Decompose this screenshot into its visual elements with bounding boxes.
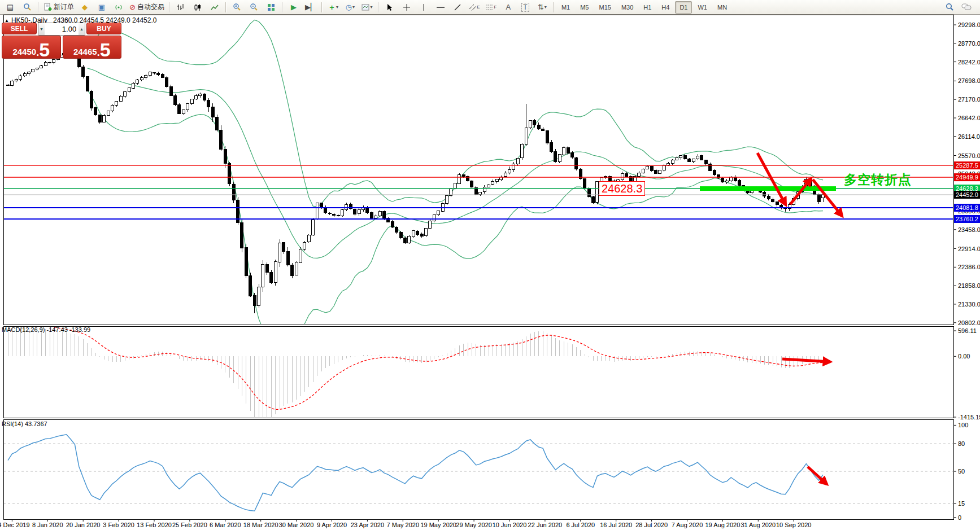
toolbar-separator	[378, 2, 379, 12]
magnifier-page-icon	[23, 3, 32, 11]
toolbar-separator	[169, 2, 170, 12]
fibonacci-letter: F	[494, 5, 496, 10]
new-order-label: 新订单	[54, 2, 74, 12]
zoom-out-button[interactable]	[246, 1, 262, 14]
chevron-down-icon: ▾	[352, 5, 355, 10]
timeframe-button-M5[interactable]: M5	[576, 1, 593, 14]
add-indicator-icon: ＋	[328, 3, 336, 11]
chevron-down-icon: ▾	[545, 5, 547, 10]
arrows-tool-button[interactable]: ⇅▾	[534, 1, 550, 14]
gold-icon: ◆	[82, 3, 88, 11]
trendline-icon	[454, 3, 461, 11]
chat-button[interactable]	[959, 1, 974, 14]
zoom-out-icon	[250, 3, 258, 11]
tile-windows-icon	[267, 3, 275, 11]
toolbar-right	[941, 1, 975, 14]
template-icon	[361, 3, 369, 11]
auto-trading-stop-icon: ⊘	[129, 3, 136, 11]
styles-button[interactable]: ◆	[77, 1, 93, 14]
timeframe-button-H4[interactable]: H4	[657, 1, 674, 14]
toolbar-separator	[553, 2, 554, 12]
buy-price-pip: 5	[100, 42, 111, 57]
auto-trading-button[interactable]: ⊘ 自动交易	[128, 1, 166, 14]
charts-list-icon: ▤	[7, 3, 14, 11]
trendline-tool-button[interactable]	[450, 1, 465, 14]
label-tool-button[interactable]: T	[517, 1, 533, 14]
chart-shift-button[interactable]: ▶▏	[303, 1, 319, 14]
zoom-in-icon	[233, 3, 241, 11]
chart-area[interactable]	[0, 15, 980, 530]
charts-list-button[interactable]: ▤	[2, 1, 18, 14]
auto-trading-label: 自动交易	[137, 2, 164, 12]
crosshair-tool-button[interactable]	[399, 1, 415, 14]
cursor-icon	[386, 3, 393, 11]
bar-chart-mode-button[interactable]	[173, 1, 189, 14]
sell-button[interactable]: SELL	[2, 23, 37, 34]
arrows-tool-icon: ⇅	[538, 3, 544, 11]
sell-price-pip: 5	[39, 42, 50, 57]
timeframe-button-H1[interactable]: H1	[639, 1, 656, 14]
text-tool-button[interactable]: A	[500, 1, 516, 14]
timeframe-button-D1[interactable]: D1	[675, 1, 692, 14]
toolbar-separator	[38, 2, 39, 12]
templates-button[interactable]: ▾	[359, 1, 375, 14]
horizontal-line-tool-button[interactable]	[433, 1, 448, 14]
timeframe-button-M15[interactable]: M15	[594, 1, 615, 14]
vertical-line-icon	[421, 3, 426, 11]
fibonacci-tool-button[interactable]: F	[484, 1, 499, 14]
terminal-icon: ▣	[98, 3, 105, 11]
zoom-in-button[interactable]	[229, 1, 245, 14]
clock-icon: ◷	[346, 3, 352, 11]
search-button[interactable]	[942, 1, 957, 14]
chat-icon	[961, 3, 972, 11]
signal-icon	[115, 3, 123, 11]
crosshair-icon	[403, 3, 411, 11]
print-preview-button[interactable]	[19, 1, 35, 14]
price-callout-label[interactable]: 24628.3	[599, 181, 645, 196]
sell-price-tile[interactable]: 24450.5	[2, 36, 61, 59]
pane-splitter-macd[interactable]	[0, 323, 980, 326]
toolbar-separator	[282, 2, 283, 12]
buy-price-main: 24465	[73, 47, 97, 56]
new-order-icon	[43, 3, 52, 11]
line-chart-icon	[211, 3, 219, 11]
timeframe-group: M1M5M15M30H1H4D1W1MN	[556, 1, 732, 14]
candlestick-mode-button[interactable]	[190, 1, 206, 14]
timeframe-button-M30[interactable]: M30	[617, 1, 638, 14]
turning-point-text[interactable]: 多空转折点	[844, 171, 912, 189]
volume-input[interactable]	[45, 23, 79, 35]
vertical-line-tool-button[interactable]	[416, 1, 432, 14]
new-order-button[interactable]: 新订单	[42, 1, 76, 14]
auto-scroll-button[interactable]: ▶	[286, 1, 302, 14]
horizontal-line-icon	[436, 3, 445, 11]
buy-button[interactable]: BUY	[86, 23, 121, 34]
candlestick-icon	[194, 3, 202, 11]
fibonacci-icon	[486, 3, 494, 11]
cursor-tool-button[interactable]	[382, 1, 398, 14]
search-icon	[945, 3, 954, 12]
sell-price-main: 24450	[12, 47, 36, 56]
periods-button[interactable]: ◷▾	[342, 1, 358, 14]
terminal-button[interactable]: ▣	[94, 1, 110, 14]
volume-down-button[interactable]: ▼	[38, 23, 45, 35]
line-chart-mode-button[interactable]	[207, 1, 223, 14]
timeframe-button-W1[interactable]: W1	[693, 1, 712, 14]
chart-shift-icon: ▶▏	[305, 3, 316, 11]
pane-splitter-rsi[interactable]	[0, 417, 980, 419]
volume-spinner: ▼ ▲	[38, 23, 85, 36]
channel-tool-button[interactable]: E	[467, 1, 482, 14]
chevron-down-icon: ▾	[336, 5, 338, 10]
volume-up-button[interactable]: ▲	[79, 23, 85, 35]
equidistant-channel-icon	[469, 3, 477, 11]
buy-price-tile[interactable]: 24465.5	[63, 36, 122, 59]
timeframe-button-M1[interactable]: M1	[557, 1, 574, 14]
indicators-button[interactable]: ＋▾	[325, 1, 341, 14]
rsi-indicator-label: RSI(14) 43.7367	[2, 421, 47, 427]
signals-button[interactable]	[111, 1, 127, 14]
toolbar-separator	[225, 2, 227, 12]
tile-windows-button[interactable]	[263, 1, 279, 14]
timeframe-button-MN[interactable]: MN	[713, 1, 731, 14]
one-click-trading-panel: SELL ▼ ▲ BUY 24450.5 24465.5	[2, 23, 121, 59]
bar-chart-icon	[177, 3, 185, 11]
main-toolbar: ▤ 新订单 ◆ ▣ ⊘ 自动交易 ▶ ▶▏ ＋▾ ◷▾ ▾	[0, 0, 980, 15]
